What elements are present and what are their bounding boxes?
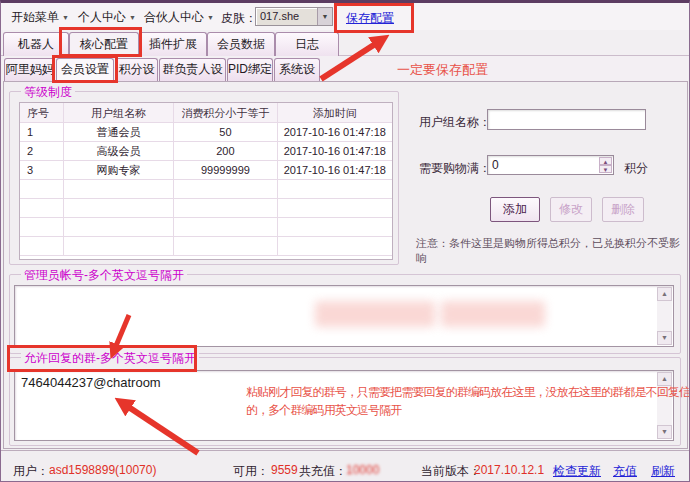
points-note: 注意：条件这里是购物所得总积分，已兑换积分不受影响: [416, 236, 689, 266]
tab-pid-binding[interactable]: PID绑定: [227, 58, 273, 81]
points-required-value: 0: [492, 158, 499, 172]
scroll-down-icon[interactable]: ▼: [657, 425, 672, 439]
tab-group-leader-settings[interactable]: 群负责人设置: [159, 58, 226, 81]
tab-core-config[interactable]: 核心配置: [69, 32, 139, 56]
chevron-down-icon: ▼: [62, 14, 69, 21]
menu-bar: 开始菜单▼ 个人中心▼ 合伙人中心▼ 皮肤： 017.she ▼ 保存配置: [1, 3, 689, 30]
check-update-link[interactable]: 检查更新: [553, 463, 601, 480]
cell-time: 2017-10-16 01:47:18: [278, 161, 392, 179]
spinner-up-icon[interactable]: ▲: [599, 157, 612, 165]
tab-system-settings[interactable]: 系统设置: [274, 58, 320, 81]
reply-group-title: 允许回复的群-多个英文逗号隔开: [21, 350, 199, 367]
table-empty-row: [20, 199, 392, 218]
recharge-total-value: 10000: [346, 463, 379, 477]
menu-partner-center[interactable]: 合伙人中心▼: [144, 9, 214, 26]
delete-button[interactable]: 删除: [602, 197, 644, 222]
admin-accounts-textarea[interactable]: ▲ ▼: [14, 285, 674, 347]
table-empty-row: [20, 237, 392, 256]
cell-index: 3: [20, 161, 64, 179]
menu-personal-center[interactable]: 个人中心▼: [78, 9, 136, 26]
tab-plugin-ext[interactable]: 插件扩展: [139, 32, 207, 56]
user-label: 用户：: [13, 463, 49, 480]
points-spinner: ▲ ▼: [599, 157, 612, 173]
main-tab-bar: 机器人 核心配置 插件扩展 会员数据 日志: [1, 30, 689, 56]
table-empty-row: [20, 218, 392, 237]
spinner-down-icon[interactable]: ▼: [599, 165, 612, 173]
col-header-points: 消费积分小于等于: [174, 103, 277, 122]
table-row[interactable]: 3 网购专家 99999999 2017-10-16 01:47:18: [20, 161, 392, 180]
chevron-down-icon: ▼: [129, 14, 136, 21]
col-header-time: 添加时间: [278, 103, 392, 122]
allowed-groups-textarea[interactable]: 7464044237@chatroom ▲ ▼: [14, 370, 674, 441]
refresh-link[interactable]: 刷新: [651, 463, 675, 480]
level-group-title: 等级制度: [21, 84, 75, 101]
version-label: 当前版本：: [421, 463, 481, 480]
cell-name: 高级会员: [64, 142, 174, 160]
cell-index: 1: [20, 123, 64, 141]
col-header-name: 用户组名称: [64, 103, 174, 122]
level-table: 序号 用户组名称 消费积分小于等于 添加时间 1 普通会员 50 2017-10…: [19, 102, 393, 260]
group-name-label: 用户组名称：: [419, 114, 491, 131]
admin-group-title: 管理员帐号-多个英文逗号隔开: [21, 267, 187, 284]
tab-member-data[interactable]: 会员数据: [207, 32, 275, 56]
col-header-index: 序号: [20, 103, 64, 122]
table-row[interactable]: 2 高级会员 200 2017-10-16 01:47:18: [20, 142, 392, 161]
points-unit-label: 积分: [624, 160, 648, 177]
tab-alimama[interactable]: 阿里妈妈: [4, 58, 55, 81]
menu-start[interactable]: 开始菜单▼: [11, 9, 69, 26]
sub-tab-bar: 阿里妈妈 会员设置 积分设置 群负责人设置 PID绑定 系统设置: [1, 56, 689, 81]
skin-select[interactable]: 017.she ▼: [255, 7, 333, 26]
group-name-input[interactable]: [487, 109, 646, 130]
available-value: 9559: [271, 463, 298, 477]
cell-time: 2017-10-16 01:47:18: [278, 123, 392, 141]
tab-log[interactable]: 日志: [275, 32, 339, 56]
redacted-text: [315, 301, 435, 327]
recharge-total-label: 共充值：: [299, 463, 347, 480]
status-bar: 用户： asd1598899(10070) 可用： 9559 共充值： 1000…: [1, 450, 689, 482]
cell-name: 网购专家: [64, 161, 174, 179]
table-row[interactable]: 1 普通会员 50 2017-10-16 01:47:18: [20, 123, 392, 142]
modify-button[interactable]: 修改: [550, 197, 592, 222]
version-value: 2017.10.12.1: [474, 463, 544, 477]
chevron-down-icon: ▼: [207, 14, 214, 21]
scroll-up-icon[interactable]: ▲: [657, 287, 672, 301]
redacted-text: [441, 301, 545, 327]
chevron-down-icon[interactable]: ▼: [317, 8, 332, 25]
app-window: 开始菜单▼ 个人中心▼ 合伙人中心▼ 皮肤： 017.she ▼ 保存配置 机器…: [0, 0, 690, 482]
user-value: asd1598899(10070): [49, 463, 156, 477]
allowed-groups-value: 7464044237@chatroom: [21, 375, 161, 390]
recharge-link[interactable]: 充值: [613, 463, 637, 480]
tab-points-settings[interactable]: 积分设置: [115, 58, 158, 81]
cell-points: 50: [174, 123, 277, 141]
cell-points: 200: [174, 142, 277, 160]
cell-time: 2017-10-16 01:47:18: [278, 142, 392, 160]
points-required-input[interactable]: 0 ▲ ▼: [487, 155, 614, 175]
add-button[interactable]: 添加: [490, 197, 540, 222]
tab-robot[interactable]: 机器人: [3, 32, 69, 56]
scrollbar[interactable]: ▲ ▼: [657, 372, 672, 439]
scroll-up-icon[interactable]: ▲: [657, 372, 672, 386]
scrollbar[interactable]: ▲ ▼: [657, 287, 672, 345]
skin-label: 皮肤：: [221, 10, 257, 27]
cell-points: 99999999: [174, 161, 277, 179]
cell-name: 普通会员: [64, 123, 174, 141]
skin-selected-value: 017.she: [260, 10, 299, 22]
save-config-link[interactable]: 保存配置: [346, 10, 394, 27]
cell-index: 2: [20, 142, 64, 160]
scroll-down-icon[interactable]: ▼: [657, 331, 672, 345]
table-header-row: 序号 用户组名称 消费积分小于等于 添加时间: [20, 103, 392, 123]
table-empty-row: [20, 180, 392, 199]
points-required-label: 需要购物满：: [419, 160, 491, 177]
tab-member-settings[interactable]: 会员设置: [56, 58, 114, 81]
available-label: 可用：: [233, 463, 269, 480]
